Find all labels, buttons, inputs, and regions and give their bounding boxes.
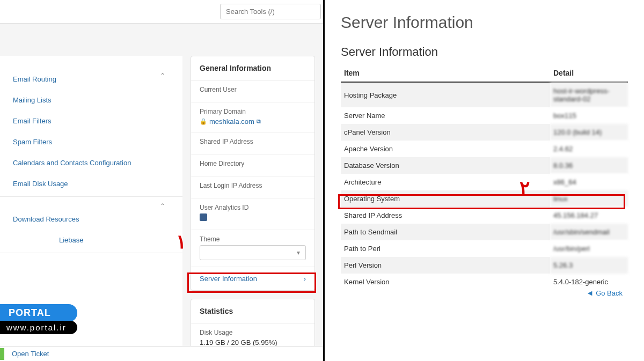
cell-detail: /usr/bin/perl (550, 240, 628, 257)
cell-detail: /usr/sbin/sendmail (550, 224, 628, 240)
stats-title: Statistics (191, 299, 314, 323)
table-row: Kernel Version5.4.0-182-generic (341, 274, 628, 290)
theme-label: Theme (200, 235, 306, 243)
cell-detail: linux (550, 190, 628, 207)
search-input[interactable] (220, 4, 321, 19)
primary-domain-value[interactable]: 🔒 meshkala.com ⧉ (200, 117, 306, 126)
annotation-number-2: ۲ (519, 177, 530, 200)
cell-detail: 5.26.3 (550, 257, 628, 274)
back-arrow-icon: ◄ (586, 289, 594, 297)
primary-domain-label: Primary Domain (200, 108, 306, 115)
cell-detail: 2.4.62 (550, 141, 628, 157)
disk-usage-value: 1.19 GB / 20 GB (5.95%) (200, 338, 306, 347)
sidebar-item-firebase[interactable]: Liebase (0, 230, 182, 251)
table-row: Apache Version2.4.62 (341, 141, 628, 157)
col-detail: Detail (550, 64, 628, 82)
chevron-right-icon: › (304, 275, 306, 283)
server-info-table: Item Detail Hosting Packagehost-ir-wordp… (341, 64, 628, 290)
sidebar-item-email-routing[interactable]: Email Routing (0, 69, 182, 90)
chevron-up-icon[interactable]: ⌃ (160, 202, 165, 210)
cell-detail: 120.0 (build 14) (550, 124, 628, 141)
search-bar (0, 0, 323, 24)
chevron-down-icon: ▾ (297, 249, 300, 256)
cell-item: Kernel Version (341, 274, 550, 290)
table-row: Database Version8.0.36 (341, 157, 628, 174)
cell-item: Shared IP Address (341, 207, 550, 224)
cell-item: Architecture (341, 174, 550, 190)
table-row: Server Namebox115 (341, 107, 628, 124)
sidebar-item-download-resources[interactable]: Download Resources (0, 209, 182, 230)
table-row: Operating Systemlinux (341, 190, 628, 207)
cell-item: Path to Perl (341, 240, 550, 257)
go-back-link[interactable]: ◄ Go Back (586, 289, 623, 297)
cell-detail: x86_64 (550, 174, 628, 190)
lock-icon: 🔒 (200, 118, 207, 125)
sidebar-item-email-filters[interactable]: Email Filters (0, 110, 182, 131)
table-row: Hosting Packagehost-ir-wordpress-standar… (341, 82, 628, 107)
bottom-bar: Open Ticket (0, 346, 323, 361)
shared-ip-label: Shared IP Address (200, 138, 306, 145)
cell-item: Database Version (341, 157, 550, 174)
cell-item: cPanel Version (341, 124, 550, 141)
disk-usage-label: Disk Usage (200, 329, 306, 336)
sidebar-item-calendars[interactable]: Calendars and Contacts Configuration (0, 152, 182, 173)
col-item: Item (341, 64, 550, 82)
sidebar-item-spam-filters[interactable]: Spam Filters (0, 131, 182, 152)
external-link-icon[interactable]: ⧉ (257, 118, 261, 125)
ticket-icon (0, 348, 4, 360)
cell-item: Apache Version (341, 141, 550, 157)
cell-detail: 5.4.0-182-generic (550, 274, 628, 290)
cell-item: Path to Sendmail (341, 224, 550, 240)
cell-detail: 8.0.36 (550, 157, 628, 174)
table-row: Path to Sendmail/usr/sbin/sendmail (341, 224, 628, 240)
current-user-label: Current User (200, 86, 306, 93)
page-title: Server Information (341, 13, 628, 32)
cell-item: Hosting Package (341, 82, 550, 107)
open-ticket-link[interactable]: Open Ticket (12, 350, 49, 358)
server-information-link[interactable]: Server Information › (191, 267, 314, 290)
sidebar-item-email-disk[interactable]: Email Disk Usage (0, 173, 182, 194)
cell-detail: 45.156.184.27 (550, 207, 628, 224)
sidebar-item-mailing-lists[interactable]: Mailing Lists (0, 90, 182, 110)
home-dir-label: Home Directory (200, 160, 306, 167)
chevron-up-icon[interactable]: ⌃ (160, 72, 165, 79)
portal-badge: PORTAL www.portal.ir (0, 304, 77, 334)
cell-detail: host-ir-wordpress-standard-02 (550, 82, 628, 107)
theme-dropdown[interactable]: ▾ (200, 245, 306, 260)
table-row: Perl Version5.26.3 (341, 257, 628, 274)
cell-item: Server Name (341, 107, 550, 124)
portal-url: www.portal.ir (0, 321, 77, 334)
table-row: cPanel Version120.0 (build 14) (341, 124, 628, 141)
section-title: Server Information (341, 45, 628, 59)
last-login-label: Last Login IP Address (200, 182, 306, 189)
portal-name: PORTAL (0, 304, 77, 322)
cell-detail: box115 (550, 107, 628, 124)
panel-title: General Information (191, 56, 314, 80)
table-row: Architecturex86_64 (341, 174, 628, 190)
cell-item: Operating System (341, 190, 550, 207)
analytics-label: User Analytics ID (200, 204, 306, 211)
general-info-panel: General Information Current User Primary… (191, 56, 315, 291)
table-row: Shared IP Address45.156.184.27 (341, 207, 628, 224)
cell-item: Perl Version (341, 257, 550, 274)
copy-icon[interactable] (200, 213, 207, 221)
annotation-number-1: ۱ (176, 231, 186, 253)
table-row: Path to Perl/usr/bin/perl (341, 240, 628, 257)
